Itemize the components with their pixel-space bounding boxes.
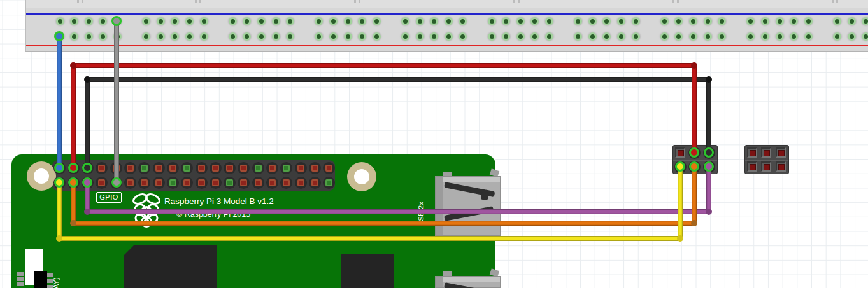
breadboard-hole[interactable]: [804, 17, 813, 25]
breadboard-hole[interactable]: [373, 17, 381, 25]
breadboard-hole[interactable]: [171, 17, 179, 25]
breadboard-hole[interactable]: [358, 17, 366, 25]
breadboard-hole[interactable]: [588, 32, 597, 41]
breadboard-hole[interactable]: [704, 17, 712, 25]
breadboard-hole[interactable]: [243, 17, 251, 25]
breadboard-hole[interactable]: [833, 32, 841, 41]
purple-wire-connection[interactable]: [82, 177, 92, 188]
black-wire[interactable]: [706, 77, 711, 155]
breadboard-hole[interactable]: [574, 32, 582, 41]
breadboard-hole[interactable]: [617, 32, 625, 41]
breadboard-hole[interactable]: [502, 17, 510, 25]
gpio-pin[interactable]: [127, 179, 134, 186]
breadboard-hole[interactable]: [674, 32, 683, 41]
breadboard-hole[interactable]: [776, 17, 784, 25]
gpio-header[interactable]: [52, 160, 335, 191]
breadboard-hole[interactable]: [430, 32, 438, 41]
connector-pin-hole[interactable]: [747, 161, 757, 172]
purple-wire[interactable]: [85, 209, 711, 214]
gpio-pin[interactable]: [98, 165, 105, 172]
blue-wire-connection[interactable]: [54, 31, 64, 41]
gpio-pin[interactable]: [212, 165, 219, 172]
breadboard[interactable]: [25, 0, 868, 52]
breadboard-hole[interactable]: [185, 32, 194, 41]
breadboard-hole[interactable]: [862, 17, 868, 25]
breadboard-hole[interactable]: [660, 32, 669, 41]
black-wire-connection[interactable]: [704, 147, 714, 158]
breadboard-hole[interactable]: [776, 32, 784, 41]
breadboard-hole[interactable]: [85, 17, 93, 25]
gpio-pin[interactable]: [297, 165, 304, 172]
breadboard-hole[interactable]: [142, 17, 150, 25]
breadboard-hole[interactable]: [373, 32, 381, 41]
gpio-pin[interactable]: [169, 179, 176, 186]
orange-wire[interactable]: [71, 221, 697, 226]
gpio-pin[interactable]: [155, 165, 162, 172]
breadboard-hole[interactable]: [56, 17, 64, 25]
black-wire[interactable]: [85, 77, 90, 170]
breadboard-hole[interactable]: [689, 17, 697, 25]
gpio-pin[interactable]: [141, 165, 148, 172]
breadboard-hole[interactable]: [70, 17, 78, 25]
breadboard-hole[interactable]: [617, 17, 625, 25]
breadboard-hole[interactable]: [243, 32, 251, 41]
breadboard-hole[interactable]: [286, 17, 294, 25]
breadboard-hole[interactable]: [574, 17, 582, 25]
breadboard-hole[interactable]: [459, 17, 467, 25]
breadboard-hole[interactable]: [200, 32, 208, 41]
yellow-wire[interactable]: [678, 164, 683, 241]
gray-wire-connection[interactable]: [111, 177, 122, 188]
red-wire-connection[interactable]: [68, 163, 78, 173]
breadboard-hole[interactable]: [718, 17, 726, 25]
red-wire[interactable]: [692, 63, 697, 155]
breadboard-hole[interactable]: [185, 17, 194, 25]
breadboard-hole[interactable]: [344, 17, 352, 25]
gpio-pin[interactable]: [269, 165, 276, 172]
gray-wire-connection[interactable]: [111, 16, 122, 26]
breadboard-hole[interactable]: [761, 17, 769, 25]
breadboard-hole[interactable]: [358, 32, 366, 41]
gpio-pin[interactable]: [283, 165, 290, 172]
breadboard-hole[interactable]: [229, 32, 237, 41]
gpio-pin[interactable]: [226, 179, 233, 186]
breadboard-hole[interactable]: [401, 17, 409, 25]
orange-wire-connection[interactable]: [68, 177, 78, 188]
breadboard-hole[interactable]: [530, 32, 539, 41]
breadboard-hole[interactable]: [157, 32, 165, 41]
gpio-pin[interactable]: [212, 179, 219, 186]
gpio-pin[interactable]: [325, 179, 332, 186]
gpio-pin[interactable]: [325, 165, 332, 172]
breadboard-hole[interactable]: [689, 32, 697, 41]
breadboard-hole[interactable]: [516, 17, 525, 25]
gpio-pin[interactable]: [311, 179, 318, 186]
breadboard-hole[interactable]: [804, 32, 813, 41]
connector-pin-hole[interactable]: [675, 147, 685, 158]
gpio-pin[interactable]: [98, 179, 105, 186]
breadboard-hole[interactable]: [171, 32, 179, 41]
gpio-pin[interactable]: [311, 165, 318, 172]
breadboard-hole[interactable]: [602, 17, 611, 25]
gray-wire[interactable]: [114, 18, 119, 185]
breadboard-hole[interactable]: [286, 32, 294, 41]
orange-wire-connection[interactable]: [689, 161, 699, 172]
red-wire[interactable]: [71, 63, 697, 68]
breadboard-hole[interactable]: [848, 32, 856, 41]
breadboard-hole[interactable]: [790, 32, 798, 41]
breadboard-hole[interactable]: [790, 17, 798, 25]
connector-pin-hole[interactable]: [761, 147, 771, 158]
breadboard-hole[interactable]: [588, 17, 597, 25]
breadboard-hole[interactable]: [761, 32, 769, 41]
breadboard-hole[interactable]: [862, 32, 868, 41]
breadboard-hole[interactable]: [833, 17, 841, 25]
breadboard-hole[interactable]: [674, 17, 683, 25]
breadboard-hole[interactable]: [848, 17, 856, 25]
breadboard-hole[interactable]: [257, 32, 266, 41]
breadboard-hole[interactable]: [200, 17, 208, 25]
black-wire[interactable]: [85, 77, 711, 82]
gpio-pin[interactable]: [183, 165, 190, 172]
yellow-wire[interactable]: [57, 180, 62, 241]
gpio-pin[interactable]: [127, 165, 134, 172]
breadboard-hole[interactable]: [545, 32, 553, 41]
breadboard-hole[interactable]: [530, 17, 539, 25]
yellow-wire[interactable]: [57, 236, 683, 241]
